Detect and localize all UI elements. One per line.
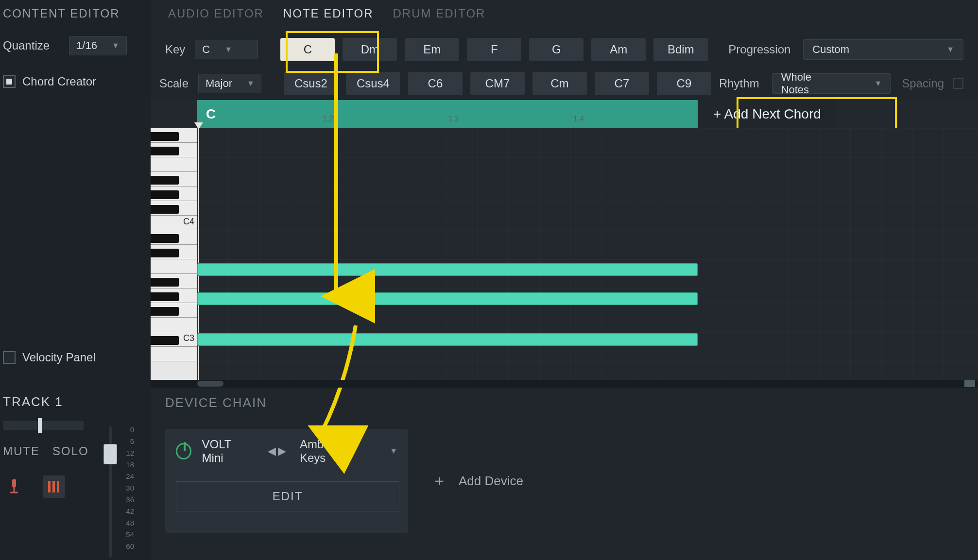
chord-btn-C[interactable]: C [280, 38, 335, 61]
midi-note[interactable] [197, 292, 698, 305]
zoom-handle[interactable] [964, 380, 975, 387]
content-editor-title: CONTENT EDITOR [0, 0, 151, 27]
key-select[interactable]: C ▼ [195, 40, 258, 59]
db-label: 18 [121, 460, 134, 469]
db-label: 54 [121, 530, 134, 539]
pan-handle[interactable] [38, 418, 42, 433]
device-chain-title: DEVICE CHAIN [165, 395, 963, 410]
chord-btn-Csus4[interactable]: Csus4 [346, 72, 400, 95]
scale-label: Scale [159, 77, 189, 90]
chord-region-label: C [206, 106, 216, 122]
progression-select[interactable]: Custom ▼ [803, 39, 963, 60]
spacing-checkbox[interactable] [953, 78, 963, 89]
key-label-c3: C3 [183, 333, 194, 343]
device-chain-panel: DEVICE CHAIN VOLT Mini ◀ ▶ Ambient Keys … [151, 388, 978, 560]
chord-creator-label: Chord Creator [22, 75, 96, 88]
tab-drum-editor[interactable]: DRUM EDITOR [393, 7, 486, 20]
ruler-gutter [151, 100, 197, 128]
chord-btn-Cm[interactable]: Cm [532, 72, 587, 95]
db-label: 36 [121, 495, 134, 504]
editor-tabs: AUDIO EDITOR NOTE EDITOR DRUM EDITOR [151, 0, 978, 27]
chevron-down-icon: ▼ [247, 79, 255, 88]
note-grid[interactable] [197, 128, 978, 380]
plus-icon: ＋ [431, 470, 447, 492]
chord-btn-Dm[interactable]: Dm [343, 38, 397, 61]
scale-value: Major [206, 77, 232, 90]
add-device-button[interactable]: ＋ Add Device [431, 470, 523, 492]
chord-btn-C6[interactable]: C6 [408, 72, 463, 95]
preset-name[interactable]: Ambient Keys [300, 438, 365, 465]
quantize-label: Quantize [3, 39, 50, 52]
chord-region[interactable]: C [197, 100, 698, 128]
db-label: 6 [121, 437, 134, 445]
spacing-label: Spacing [902, 77, 944, 90]
db-label: 30 [121, 484, 134, 492]
rhythm-label: Rhythm [719, 77, 759, 90]
chevron-down-icon[interactable]: ▼ [390, 447, 397, 456]
chord-btn-Csus2[interactable]: Csus2 [284, 72, 338, 95]
chevron-left-icon: ◀ [268, 445, 276, 458]
midi-note[interactable] [197, 333, 698, 346]
chord-btn-CM7[interactable]: CM7 [470, 72, 525, 95]
chevron-down-icon: ▼ [224, 45, 232, 54]
piano-keys[interactable]: C4 C3 [151, 128, 197, 380]
chord-btn-Am[interactable]: Am [591, 38, 646, 61]
db-label: 48 [121, 519, 134, 527]
db-label: 42 [121, 507, 134, 515]
left-panel: Quantize 1/16 ▼ Chord Creator Velocity P… [0, 27, 151, 388]
chevron-down-icon: ▼ [946, 45, 954, 54]
scrollbar-thumb[interactable] [197, 381, 223, 387]
piano-roll: C + Add Next Chord 1.2 1.3 1.4 C4 [151, 100, 978, 388]
rhythm-value: Whole Notes [781, 71, 841, 96]
volume-fader[interactable]: 0 6 12 18 24 30 36 42 48 54 60 [92, 426, 148, 557]
chevron-down-icon: ▼ [874, 79, 882, 88]
chord-toolbar: Key C ▼ C Dm Em F G Am Bdim Progression … [151, 27, 978, 100]
add-next-chord-button[interactable]: + Add Next Chord [699, 100, 836, 128]
key-label: Key [165, 43, 185, 56]
tab-audio-editor[interactable]: AUDIO EDITOR [168, 7, 264, 20]
solo-button[interactable]: SOLO [52, 444, 89, 458]
db-label: 24 [121, 472, 134, 480]
db-label: 60 [121, 542, 134, 550]
power-icon[interactable] [176, 443, 191, 459]
chord-btn-C7[interactable]: C7 [595, 72, 649, 95]
instrument-icon[interactable] [43, 475, 65, 498]
timeline-ruler[interactable]: C + Add Next Chord 1.2 1.3 1.4 [197, 100, 978, 128]
rhythm-select[interactable]: Whole Notes ▼ [772, 73, 892, 94]
svg-rect-6 [57, 481, 59, 492]
note-editor-area: Key C ▼ C Dm Em F G Am Bdim Progression … [151, 27, 978, 388]
chord-btn-G[interactable]: G [529, 38, 583, 61]
record-arm-icon[interactable] [3, 475, 25, 498]
chord-creator-checkbox[interactable] [3, 75, 16, 88]
chord-btn-Bdim[interactable]: Bdim [653, 38, 708, 61]
tab-note-editor[interactable]: NOTE EDITOR [283, 7, 374, 20]
ruler-tick: 1.2 [323, 115, 333, 123]
preset-prev-next[interactable]: ◀ ▶ [268, 445, 286, 458]
progression-label: Progression [728, 43, 790, 56]
chevron-down-icon: ▼ [112, 41, 120, 50]
key-value: C [202, 43, 210, 56]
quantize-select[interactable]: 1/16 ▼ [69, 36, 127, 55]
svg-rect-1 [12, 479, 16, 488]
horizontal-scrollbar[interactable] [151, 380, 978, 388]
device-name: VOLT Mini [202, 438, 251, 465]
fader-handle[interactable] [103, 444, 117, 464]
pan-slider[interactable] [3, 421, 84, 430]
ruler-tick: 1.3 [448, 115, 459, 123]
edit-device-button[interactable]: EDIT [176, 481, 399, 511]
chevron-right-icon: ▶ [278, 445, 286, 458]
quantize-value: 1/16 [76, 39, 97, 52]
chord-btn-C9[interactable]: C9 [657, 72, 711, 95]
db-label: 12 [121, 449, 134, 457]
chord-btn-Em[interactable]: Em [405, 38, 459, 61]
scale-select[interactable]: Major ▼ [198, 74, 261, 93]
db-label: 0 [121, 425, 134, 434]
add-device-label: Add Device [459, 474, 523, 489]
ruler-tick: 1.4 [573, 115, 584, 123]
mute-button[interactable]: MUTE [3, 444, 40, 458]
midi-note[interactable] [197, 263, 698, 276]
progression-value: Custom [812, 43, 849, 56]
chord-btn-F[interactable]: F [467, 38, 521, 61]
velocity-panel-checkbox[interactable] [3, 351, 16, 364]
track-title: TRACK 1 [3, 394, 148, 409]
